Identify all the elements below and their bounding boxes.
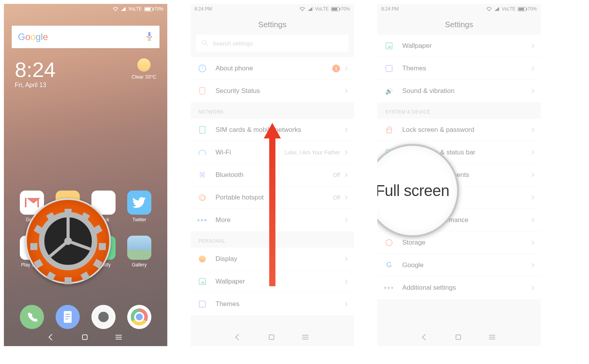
nav-recent-icon[interactable] bbox=[489, 335, 495, 340]
weather-text: Clear 33°C bbox=[131, 74, 156, 80]
row-lock-screen[interactable]: Lock screen & password bbox=[377, 119, 541, 141]
svg-line-9 bbox=[206, 44, 207, 46]
chevron-right-icon bbox=[530, 150, 534, 154]
row-value: Off bbox=[333, 172, 340, 178]
row-more[interactable]: ••• More bbox=[191, 209, 354, 231]
info-icon bbox=[198, 64, 207, 73]
row-wifi[interactable]: Wi-Fi Luke, I Am Your Father bbox=[191, 141, 354, 164]
row-label: Storage bbox=[402, 239, 531, 247]
weather-condition: Clear bbox=[131, 74, 144, 80]
home-wallpaper: VoLTE 70% Google 8:24 Fri, April 13 Clea… bbox=[4, 4, 167, 346]
nav-recent-icon[interactable] bbox=[302, 335, 309, 340]
row-label: Wallpaper bbox=[216, 278, 344, 285]
status-bar: 8:24 PM VoLTE 70% bbox=[377, 4, 541, 14]
settings-group-network: SIM cards & mobile networks Wi-Fi Luke, … bbox=[191, 119, 354, 231]
wifi-icon bbox=[300, 7, 305, 11]
chevron-right-icon bbox=[343, 150, 347, 154]
chevron-right-icon bbox=[530, 66, 534, 70]
row-label: More bbox=[216, 216, 344, 224]
row-themes[interactable]: Themes bbox=[191, 293, 354, 315]
row-security-status[interactable]: Security Status bbox=[191, 80, 354, 102]
nav-recent-icon[interactable] bbox=[116, 335, 122, 340]
wifi-icon bbox=[198, 148, 207, 157]
settings-search[interactable]: Search settings bbox=[196, 35, 349, 52]
signal-icon bbox=[307, 7, 313, 11]
microphone-icon[interactable] bbox=[145, 31, 153, 43]
twitter-icon bbox=[127, 191, 151, 215]
nav-home-icon[interactable] bbox=[456, 334, 461, 340]
sim-icon bbox=[198, 125, 207, 135]
group-header-personal: PERSONAL bbox=[191, 231, 354, 248]
chevron-right-icon bbox=[530, 128, 534, 132]
chevron-right-icon bbox=[530, 240, 534, 245]
display-icon bbox=[198, 254, 207, 264]
row-label: Themes bbox=[216, 300, 344, 308]
weather-widget[interactable]: Clear 33°C bbox=[131, 58, 156, 80]
row-themes[interactable]: Themes bbox=[377, 57, 541, 80]
row-label: SIM cards & mobile networks bbox=[216, 126, 344, 134]
row-label: Sound & vibration bbox=[402, 87, 531, 95]
more-icon: ••• bbox=[198, 215, 207, 225]
battery-percent: 70% bbox=[528, 6, 537, 12]
row-about-phone[interactable]: About phone 1 bbox=[191, 57, 354, 80]
row-hotspot[interactable]: Portable hotspot Off bbox=[191, 186, 354, 209]
chevron-right-icon bbox=[343, 66, 347, 70]
chevron-right-icon bbox=[530, 285, 534, 290]
chevron-right-icon bbox=[343, 128, 347, 132]
more-icon: ••• bbox=[384, 283, 394, 292]
row-bluetooth[interactable]: ⌘ Bluetooth Off bbox=[191, 164, 354, 186]
row-value: Off bbox=[333, 194, 340, 201]
gallery-icon bbox=[127, 236, 151, 260]
wallpaper-icon bbox=[384, 41, 394, 51]
settings-group-about: About phone 1 Security Status bbox=[191, 57, 354, 102]
chevron-right-icon bbox=[343, 195, 347, 200]
sound-icon: 🔊 bbox=[384, 86, 394, 96]
group-header-system: SYSTEM & DEVICE bbox=[377, 102, 541, 119]
docs-app[interactable] bbox=[56, 305, 80, 329]
search-icon bbox=[202, 40, 208, 47]
row-google[interactable]: G Google bbox=[377, 254, 541, 276]
row-additional-settings[interactable]: ••• Additional settings bbox=[377, 276, 541, 299]
settings-group-personal-cont: Wallpaper Themes 🔊 Sound & vibration bbox=[377, 35, 541, 102]
volte-label: VoLTE bbox=[315, 6, 329, 12]
google-icon: G bbox=[384, 261, 394, 270]
row-display[interactable]: Display bbox=[191, 248, 354, 270]
settings-group-personal: Display Wallpaper Themes bbox=[191, 248, 354, 315]
panel-settings-scrolled: 8:24 PM VoLTE 70% Settings Wallpaper The… bbox=[377, 4, 541, 346]
phone-app[interactable] bbox=[20, 305, 44, 329]
shield-icon bbox=[198, 86, 207, 96]
nav-home-icon[interactable] bbox=[82, 334, 88, 340]
nav-back-icon[interactable] bbox=[235, 334, 242, 341]
row-sim-cards[interactable]: SIM cards & mobile networks bbox=[191, 119, 354, 141]
search-placeholder: Search settings bbox=[212, 40, 252, 47]
nav-back-icon[interactable] bbox=[49, 334, 55, 341]
themes-icon bbox=[198, 299, 207, 309]
chevron-right-icon bbox=[530, 173, 534, 177]
volte-label: VoLTE bbox=[128, 6, 142, 12]
nav-back-icon[interactable] bbox=[422, 334, 429, 341]
camera-app[interactable] bbox=[91, 305, 116, 329]
app-gallery[interactable]: Gallery bbox=[126, 236, 153, 268]
row-wallpaper[interactable]: Wallpaper bbox=[377, 35, 541, 57]
row-label: Bluetooth bbox=[216, 171, 333, 179]
google-search-widget[interactable]: Google bbox=[12, 26, 160, 48]
app-twitter[interactable]: Twitter bbox=[126, 191, 153, 222]
svg-point-8 bbox=[202, 40, 206, 44]
battery-icon: 70% bbox=[518, 6, 537, 12]
nav-home-icon[interactable] bbox=[269, 334, 274, 340]
chrome-app[interactable] bbox=[127, 305, 151, 329]
magnifier-text: Full screen bbox=[377, 182, 449, 200]
themes-icon bbox=[384, 64, 394, 73]
panel-settings-top: 8:24 PM VoLTE 70% Settings Search settin… bbox=[191, 4, 354, 346]
app-label: Twitter bbox=[126, 217, 153, 222]
volte-label: VoLTE bbox=[502, 6, 515, 12]
nav-bar bbox=[191, 331, 354, 344]
status-time: 8:24 PM bbox=[195, 6, 212, 12]
row-wallpaper[interactable]: Wallpaper bbox=[191, 270, 354, 293]
row-label: Themes bbox=[402, 65, 531, 72]
row-sound[interactable]: 🔊 Sound & vibration bbox=[377, 80, 541, 102]
lock-icon bbox=[384, 125, 394, 135]
weather-icon bbox=[137, 58, 151, 72]
wifi-icon bbox=[113, 7, 118, 11]
chevron-right-icon bbox=[343, 257, 347, 261]
